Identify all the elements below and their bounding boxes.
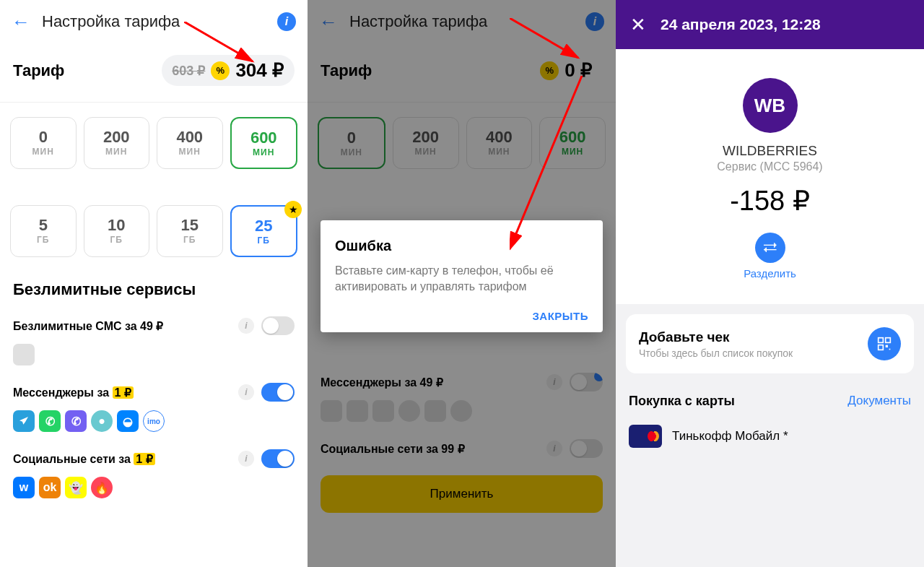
star-icon: ★ — [284, 201, 302, 218]
gb-option-5[interactable]: 5ГБ — [10, 205, 77, 257]
percent-icon: % — [211, 61, 230, 80]
documents-link[interactable]: Документы — [847, 394, 911, 409]
ok-icon: ok — [39, 477, 61, 498]
close-icon[interactable]: ✕ — [630, 14, 646, 36]
viber-icon: ✆ — [65, 410, 87, 432]
purchase-section: Покупка с карты Документы — [616, 373, 924, 419]
price-badge: 603 ₽ % 304 ₽ — [162, 55, 295, 86]
minutes-options: 0МИН 200МИН 400МИН 600МИН — [0, 103, 308, 183]
transaction-date: 24 апреля 2023, 12:28 — [661, 16, 821, 33]
panel-tariff-error: ← Настройка тарифа i Тариф % 0 ₽ 0МИН 20… — [308, 0, 616, 567]
service-sms-label: Безлимитные СМС за 49 ₽ — [13, 319, 231, 333]
info-icon[interactable]: i — [238, 451, 254, 467]
svg-rect-3 — [879, 338, 884, 343]
split-label: Разделить — [616, 267, 924, 280]
gb-option-10[interactable]: 10ГБ — [84, 205, 150, 257]
minutes-option-600[interactable]: 600МИН — [230, 117, 298, 169]
purchase-label: Покупка с карты — [629, 394, 735, 409]
minutes-option-200[interactable]: 200МИН — [84, 117, 150, 169]
service-social-toggle[interactable] — [261, 449, 295, 468]
receipt-title: Добавьте чек — [639, 329, 858, 345]
service-messengers: Мессенджеры за 1 ₽ i — [0, 374, 308, 410]
receipt-subtitle: Чтобы здесь был список покупок — [639, 347, 858, 359]
svg-rect-4 — [886, 338, 891, 343]
service-sms-toggle[interactable] — [261, 316, 295, 335]
dialog-close-button[interactable]: ЗАКРЫТЬ — [335, 310, 588, 322]
service-messengers-toggle[interactable] — [261, 383, 295, 402]
service-social-label: Социальные сети за 1 ₽ — [13, 452, 231, 466]
transaction-header: ✕ 24 апреля 2023, 12:28 — [616, 0, 924, 49]
merchant-name: WILDBERRIES — [616, 143, 924, 159]
merchant-avatar: WB — [743, 78, 798, 133]
new-price: 304 ₽ — [235, 59, 284, 82]
telegram-icon — [13, 410, 35, 432]
gb-option-25[interactable]: ★ 25ГБ — [230, 205, 298, 257]
svg-rect-5 — [879, 345, 884, 350]
minutes-option-0[interactable]: 0МИН — [10, 117, 77, 169]
mastercard-icon — [629, 425, 662, 448]
panel-tariff-settings: ← Настройка тарифа i Тариф 603 ₽ % 304 ₽… — [0, 0, 308, 567]
sms-icons — [0, 344, 308, 374]
gb-options: 5ГБ 10ГБ 15ГБ ★ 25ГБ — [0, 183, 308, 272]
gb-option-15[interactable]: 15ГБ — [157, 205, 223, 257]
info-icon[interactable]: i — [238, 318, 254, 334]
vk-icon: w — [13, 477, 35, 498]
payment-card-row[interactable]: Тинькофф Мобайл * — [616, 419, 924, 454]
tariff-price-row: Тариф 603 ₽ % 304 ₽ — [0, 43, 308, 102]
social-icons: w ok 👻 🔥 — [0, 477, 308, 507]
error-dialog: Ошибка Вставьте сим-карту в телефон, что… — [321, 220, 603, 332]
transaction-amount: -158 ₽ — [616, 185, 924, 217]
service-messengers-label: Мессенджеры за 1 ₽ — [13, 386, 231, 399]
svg-rect-7 — [889, 349, 891, 350]
card-name: Тинькофф Мобайл * — [672, 429, 788, 443]
back-icon[interactable]: ← — [12, 11, 30, 33]
info-icon[interactable]: i — [238, 384, 254, 400]
messenger-icon: ◒ — [117, 410, 139, 432]
whatsapp-icon: ✆ — [39, 410, 61, 432]
snapchat-icon: 👻 — [65, 477, 87, 498]
tamtam-icon: ● — [91, 410, 113, 432]
page-title: Настройка тарифа — [42, 12, 266, 31]
transaction-details: Добавьте чек Чтобы здесь был список поку… — [616, 304, 924, 567]
imo-icon: imo — [143, 410, 165, 432]
old-price: 603 ₽ — [172, 63, 205, 79]
dialog-title: Ошибка — [335, 238, 588, 254]
split-action[interactable]: ⮂ Разделить — [616, 233, 924, 280]
minutes-option-400[interactable]: 400МИН — [157, 117, 223, 169]
service-social: Социальные сети за 1 ₽ i — [0, 441, 308, 477]
messenger-icons: ✆ ✆ ● ◒ imo — [0, 410, 308, 441]
merchant-mcc: Сервис (MCC 5964) — [616, 160, 924, 173]
split-icon: ⮂ — [755, 233, 785, 263]
qr-icon — [868, 327, 901, 360]
service-sms: Безлимитные СМС за 49 ₽ i — [0, 308, 308, 344]
dialog-body: Вставьте сим-карту в телефон, чтобы её а… — [335, 263, 588, 295]
panel-transaction: ✕ 24 апреля 2023, 12:28 WB WILDBERRIES С… — [616, 0, 924, 567]
tinder-icon: 🔥 — [91, 477, 113, 498]
add-receipt-card[interactable]: Добавьте чек Чтобы здесь был список поку… — [626, 314, 914, 373]
topbar: ← Настройка тарифа i — [0, 0, 308, 43]
svg-rect-6 — [886, 345, 888, 347]
app-icon-placeholder — [13, 344, 35, 365]
tariff-label: Тариф — [13, 61, 64, 80]
unlimited-section-title: Безлимитные сервисы — [0, 272, 308, 308]
info-icon[interactable]: i — [277, 12, 296, 31]
